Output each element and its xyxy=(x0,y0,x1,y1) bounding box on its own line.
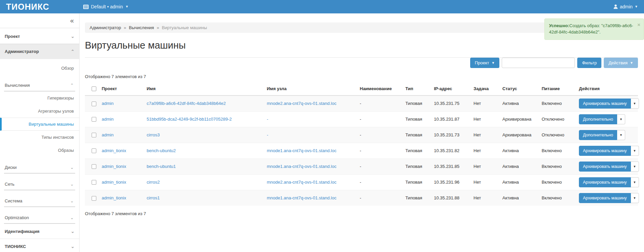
sidebar-item-identity[interactable]: Идентификация ⌄ xyxy=(0,224,79,239)
sidebar-item-volumes[interactable]: Диски ⌄ xyxy=(4,162,75,174)
select-all-checkbox[interactable] xyxy=(92,86,96,91)
row-action-dropdown-icon[interactable]: ▼ xyxy=(631,193,639,203)
row-action-button[interactable]: Архивировать машину xyxy=(579,99,631,109)
row-action-button[interactable]: Архивировать машину xyxy=(579,146,631,156)
row-action-dropdown-icon[interactable]: ▼ xyxy=(617,130,625,140)
type-cell: Типовая xyxy=(403,111,431,127)
column-header-name[interactable]: Имя xyxy=(144,82,264,96)
row-actions: Архивировать машину ▼ xyxy=(579,162,639,172)
project-link[interactable]: admin xyxy=(102,101,113,106)
sidebar-item-hypervisors[interactable]: Гипервизоры xyxy=(0,91,79,105)
sidebar-item-administrator[interactable]: Администратор ⌃ xyxy=(0,44,79,59)
sidebar-item-virtual-machines[interactable]: Виртуальные машины xyxy=(0,118,79,131)
type-cell: Типовая xyxy=(403,174,431,190)
column-header-status[interactable]: Статус xyxy=(500,82,539,96)
row-checkbox[interactable] xyxy=(92,148,96,153)
sidebar-item-network[interactable]: Сеть ⌄ xyxy=(4,178,75,190)
column-header-display-name[interactable]: Наименование xyxy=(357,82,403,96)
sidebar-item-flavors[interactable]: Типы инстансов xyxy=(0,131,79,144)
row-checkbox[interactable] xyxy=(92,133,96,137)
sidebar-item-optimization[interactable]: Optimization ⌄ xyxy=(4,212,75,224)
ip-cell: 10.35.231.82 xyxy=(431,143,471,159)
column-header-project[interactable]: Проект xyxy=(99,82,144,96)
task-cell: Нет xyxy=(471,174,500,190)
task-cell: Нет xyxy=(471,96,500,111)
sidebar-item-host-aggregates[interactable]: Агрегаторы узлов xyxy=(0,105,79,118)
sidebar-item-overview[interactable]: Обзор xyxy=(0,62,79,75)
status-cell: Активна xyxy=(500,159,539,174)
host-link[interactable]: mnode1.ana-cnt7q-ovs-01.stand.loc xyxy=(267,148,336,153)
display-name-cell: - xyxy=(357,127,403,143)
vm-name-link[interactable]: cirros2 xyxy=(147,180,160,185)
sidebar-nav: Проект ⌄ Администратор ⌃ Обзор Вычислени… xyxy=(0,29,79,252)
row-checkbox[interactable] xyxy=(92,117,96,122)
project-context-switcher[interactable]: Default • admin ▼ xyxy=(83,0,129,13)
breadcrumb-item-administrator[interactable]: Администратор xyxy=(90,25,121,30)
row-action-button[interactable]: Архивировать машину xyxy=(579,193,631,203)
column-header-type[interactable]: Тип xyxy=(403,82,431,96)
row-action-button[interactable]: Дополнительно xyxy=(579,114,617,124)
sidebar-item-system[interactable]: Система ⌄ xyxy=(4,195,75,207)
row-action-dropdown-icon[interactable]: ▼ xyxy=(631,177,639,187)
vm-name-link[interactable]: c7a09f8b-a6c6-42df-84fc-4dab348b64e2 xyxy=(147,101,226,106)
vm-name-link[interactable]: cirros3 xyxy=(147,132,160,137)
column-header-host[interactable]: Имя узла xyxy=(264,82,357,96)
row-checkbox[interactable] xyxy=(92,164,96,169)
filter-button[interactable]: Фильтр xyxy=(577,58,601,68)
table-row: admin_tionix bench-ubuntu1 mnode1.ana-cn… xyxy=(85,159,638,174)
row-checkbox[interactable] xyxy=(92,102,96,106)
ip-cell: 10.35.231.75 xyxy=(431,96,471,111)
host-link[interactable]: - xyxy=(267,132,268,137)
chevron-down-icon: ▼ xyxy=(492,61,495,65)
search-input[interactable] xyxy=(502,58,575,68)
row-action-dropdown-icon[interactable]: ▼ xyxy=(631,146,639,156)
table-row: admin c7a09f8b-a6c6-42df-84fc-4dab348b64… xyxy=(85,96,638,111)
context-label: Default • admin xyxy=(91,4,123,9)
ip-cell: 10.35.231.87 xyxy=(431,111,471,127)
row-action-dropdown-icon[interactable]: ▼ xyxy=(631,99,639,109)
row-action-button[interactable]: Дополнительно xyxy=(579,130,617,140)
vm-name-link[interactable]: bench-ubuntu1 xyxy=(147,164,176,169)
project-link[interactable]: admin_tionix xyxy=(102,164,126,169)
close-icon[interactable]: × xyxy=(637,21,640,28)
row-actions: Архивировать машину ▼ xyxy=(579,177,639,187)
host-link[interactable]: mnode1.ana-cnt7q-ovs-01.stand.loc xyxy=(267,195,336,200)
row-action-dropdown-icon[interactable]: ▼ xyxy=(631,162,639,172)
vm-name-link[interactable]: bench-ubuntu2 xyxy=(147,148,176,153)
sidebar-item-images[interactable]: Образы xyxy=(0,144,79,157)
row-action-dropdown-icon[interactable]: ▼ xyxy=(617,114,625,124)
column-header-ip[interactable]: IP-адрес xyxy=(431,82,471,96)
row-action-button[interactable]: Архивировать машину xyxy=(579,162,631,172)
host-link[interactable]: - xyxy=(267,117,268,122)
toast-title: Успешно: xyxy=(549,23,569,28)
project-filter-button[interactable]: Проект▼ xyxy=(470,58,500,68)
collapse-sidebar-icon[interactable]: « xyxy=(70,17,74,24)
ip-cell: 10.35.231.88 xyxy=(431,190,471,206)
vm-name-link[interactable]: cirros1 xyxy=(147,195,160,200)
display-name-cell: - xyxy=(357,159,403,174)
project-link[interactable]: admin_tionix xyxy=(102,195,126,200)
project-link[interactable]: admin_tionix xyxy=(102,148,126,153)
vm-name-link[interactable]: 51bbd95b-dca2-4249-9c2f-bb11c0705289-2 xyxy=(147,117,232,122)
sidebar-item-compute[interactable]: Вычисления ⌃ xyxy=(4,79,75,91)
type-cell: Типовая xyxy=(403,143,431,159)
project-link[interactable]: admin xyxy=(102,117,113,122)
project-link[interactable]: admin_tionix xyxy=(102,180,126,185)
user-menu[interactable]: admin ▼ xyxy=(613,0,638,13)
table-row: admin cirros3 - - Типовая 10.35.231.73 Н… xyxy=(85,127,638,143)
actions-button[interactable]: Действия▼ xyxy=(604,58,638,68)
sidebar-item-project[interactable]: Проект ⌄ xyxy=(0,29,79,44)
sidebar-item-tionix[interactable]: ТИОНИКС ⌄ xyxy=(0,239,79,252)
host-link[interactable]: mnode2.ana-cnt7q-ovs-01.stand.loc xyxy=(267,180,336,185)
host-link[interactable]: mnode2.ana-cnt7q-ovs-01.stand.loc xyxy=(267,101,336,106)
host-link[interactable]: mnode1.ana-cnt7q-ovs-01.stand.loc xyxy=(267,164,336,169)
row-checkbox[interactable] xyxy=(92,180,96,185)
column-header-task[interactable]: Задача xyxy=(471,82,500,96)
breadcrumb-separator: » xyxy=(124,25,126,30)
status-cell: Архивирована xyxy=(500,111,539,127)
row-action-button[interactable]: Архивировать машину xyxy=(579,177,631,187)
column-header-power[interactable]: Питание xyxy=(539,82,576,96)
breadcrumb-item-compute[interactable]: Вычисления xyxy=(129,25,154,30)
row-checkbox[interactable] xyxy=(92,196,96,201)
project-link[interactable]: admin xyxy=(102,132,113,137)
